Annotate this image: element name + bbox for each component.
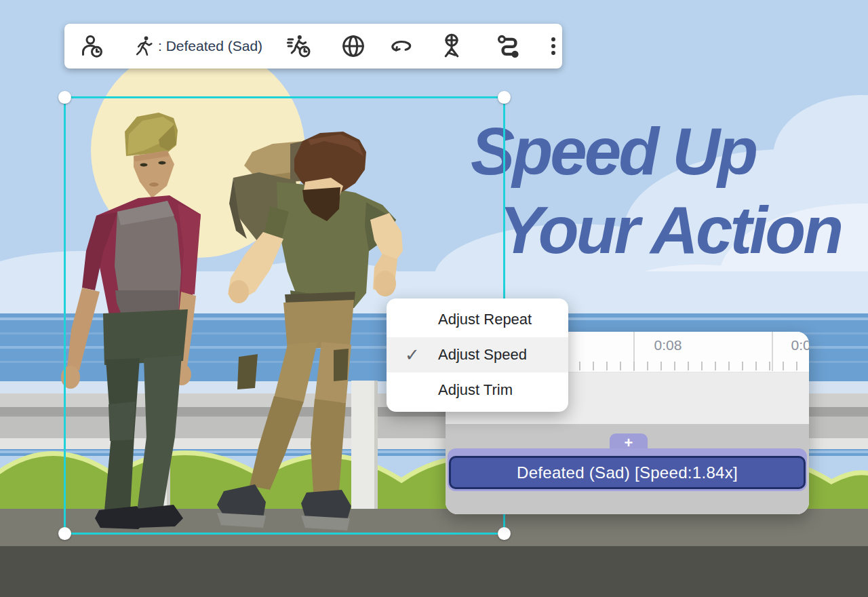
- kebab-menu-button[interactable]: [535, 30, 572, 62]
- menu-item-label: Adjust Trim: [438, 381, 513, 399]
- orbit-rotate-icon: [387, 32, 416, 60]
- menu-item-label: Adjust Repeat: [438, 311, 532, 328]
- orbit-rotate-button[interactable]: [380, 30, 422, 62]
- menu-item-label: Adjust Speed: [438, 346, 527, 364]
- current-action-button[interactable]: [125, 30, 157, 62]
- toolbar: : Defeated (Sad): [64, 24, 562, 69]
- context-menu: Adjust Repeat ✓ Adjust Speed Adjust Trim: [387, 298, 568, 412]
- figure-head-icon: [437, 32, 466, 60]
- character-standing-sad[interactable]: [61, 113, 201, 529]
- figure-head-button[interactable]: [431, 30, 473, 62]
- selection-handle-top-right[interactable]: [498, 91, 511, 104]
- check-icon: ✓: [387, 345, 438, 366]
- selection-box-bottom: [64, 533, 505, 535]
- headline-line1: Speed Up: [471, 118, 755, 185]
- current-action-label: : Defeated (Sad): [158, 38, 262, 54]
- menu-item-adjust-trim[interactable]: Adjust Trim: [387, 372, 568, 408]
- action-clip[interactable]: Defeated (Sad) [Speed:1.84x]: [449, 456, 806, 489]
- ruler-time-label: 0:08: [634, 337, 702, 353]
- scene-canvas: Speed Up Your Action : De: [0, 0, 868, 597]
- motion-path-button[interactable]: [488, 30, 531, 62]
- selection-handle-bottom-right[interactable]: [498, 527, 511, 540]
- selection-box-left: [64, 96, 66, 535]
- menu-item-adjust-repeat[interactable]: Adjust Repeat: [387, 302, 568, 337]
- character-defeated-backpack[interactable]: [217, 132, 403, 531]
- motion-path-icon: [494, 31, 524, 61]
- runner-icon: [132, 35, 155, 58]
- runner-time-button[interactable]: [279, 30, 319, 62]
- selection-handle-top-left[interactable]: [58, 91, 71, 104]
- ruler-time-label: 0:09: [771, 337, 809, 353]
- kebab-menu-icon: [542, 35, 565, 58]
- selection-handle-bottom-left[interactable]: [58, 527, 71, 540]
- menu-item-adjust-speed[interactable]: ✓ Adjust Speed: [387, 337, 568, 372]
- avatar-time-button[interactable]: [71, 30, 112, 62]
- globe-axes-icon: [340, 33, 367, 60]
- selection-box-top: [64, 96, 505, 98]
- action-clip-label: Defeated (Sad) [Speed:1.84x]: [517, 463, 738, 482]
- runner-time-icon: [285, 33, 313, 60]
- headline-line2: Your Action: [499, 197, 841, 263]
- globe-axes-button[interactable]: [333, 30, 374, 62]
- avatar-time-icon: [78, 33, 105, 60]
